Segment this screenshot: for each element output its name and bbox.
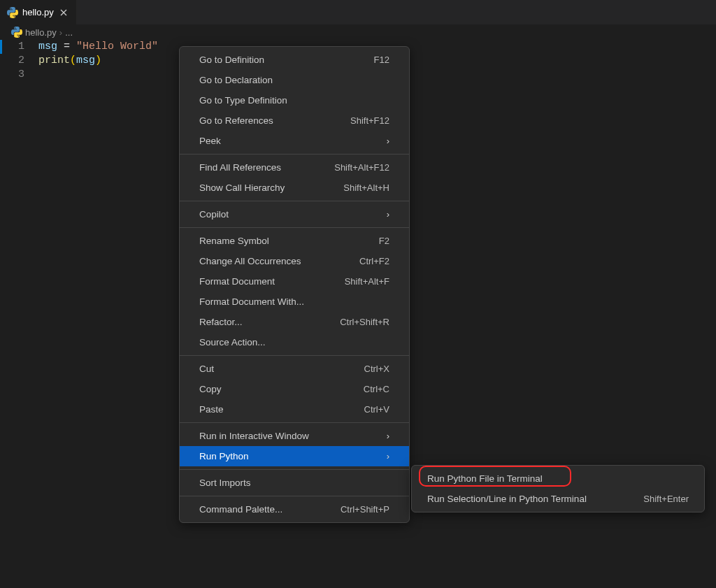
file-tab[interactable]: hello.py [0,0,77,24]
menu-separator [180,496,409,496]
menu-rename-symbol[interactable]: Rename SymbolF2 [180,231,409,251]
breadcrumb-file: hello.py [25,27,57,38]
menu-show-call-hierarchy[interactable]: Show Call HierarchyShift+Alt+H [180,178,409,198]
menu-command-palette[interactable]: Command Palette...Ctrl+Shift+P [180,499,409,519]
menu-peek[interactable]: Peek› [180,131,409,151]
menu-format-document-with[interactable]: Format Document With... [180,292,409,312]
chevron-right-icon: › [387,431,389,441]
line-gutter: 1 2 3 [0,40,38,82]
breadcrumb-ellipsis: ... [65,27,73,38]
menu-separator [180,422,409,423]
menu-copilot[interactable]: Copilot› [180,204,409,224]
menu-find-all-references[interactable]: Find All ReferencesShift+Alt+F12 [180,157,409,178]
menu-change-all-occurrences[interactable]: Change All OccurrencesCtrl+F2 [180,251,409,271]
tab-filename: hello.py [22,7,54,17]
menu-format-document[interactable]: Format DocumentShift+Alt+F [180,271,409,292]
submenu-run-selection-in-terminal[interactable]: Run Selection/Line in Python TerminalShi… [412,489,704,509]
python-icon [7,7,18,18]
menu-run-in-interactive-window[interactable]: Run in Interactive Window› [180,426,409,446]
menu-separator [180,227,409,228]
submenu-run-file-in-terminal[interactable]: Run Python File in Terminal [412,468,704,489]
chevron-right-icon: › [59,27,62,38]
menu-cut[interactable]: CutCtrl+X [180,359,409,379]
context-menu: Go to DefinitionF12 Go to Declaration Go… [179,46,410,523]
menu-copy[interactable]: CopyCtrl+C [180,379,409,399]
menu-go-to-references[interactable]: Go to ReferencesShift+F12 [180,110,409,131]
line-number: 2 [0,54,24,68]
line-number: 1 [0,40,24,54]
menu-source-action[interactable]: Source Action... [180,332,409,352]
close-icon[interactable] [58,7,69,18]
chevron-right-icon: › [387,136,389,146]
breadcrumb[interactable]: hello.py › ... [0,24,716,40]
menu-run-python[interactable]: Run Python› [180,446,409,466]
menu-go-to-definition[interactable]: Go to DefinitionF12 [180,50,409,70]
menu-separator [180,355,409,356]
chevron-right-icon: › [387,451,389,461]
menu-refactor[interactable]: Refactor...Ctrl+Shift+R [180,312,409,332]
line-number: 3 [0,68,24,82]
menu-separator [180,469,409,470]
run-python-submenu: Run Python File in Terminal Run Selectio… [411,465,705,512]
menu-sort-imports[interactable]: Sort Imports [180,473,409,493]
chevron-right-icon: › [387,209,389,220]
active-line-indicator [0,40,2,54]
menu-separator [180,154,409,155]
tab-bar: hello.py [0,0,716,24]
menu-separator [180,201,409,201]
menu-paste[interactable]: PasteCtrl+V [180,399,409,420]
menu-go-to-declaration[interactable]: Go to Declaration [180,70,409,90]
python-icon [11,27,22,38]
menu-go-to-type-definition[interactable]: Go to Type Definition [180,90,409,110]
